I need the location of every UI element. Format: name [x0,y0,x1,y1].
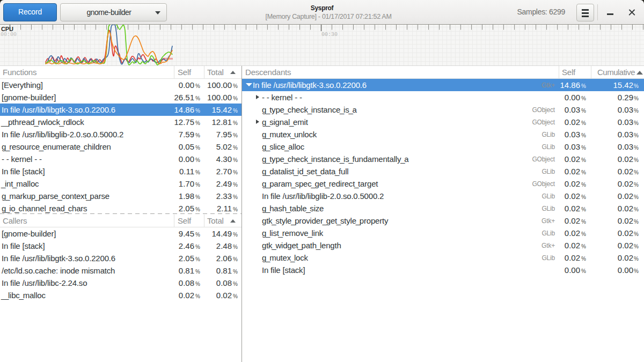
svg-text:00:30: 00:30 [321,32,338,38]
svg-text:00:00: 00:00 [1,32,17,38]
